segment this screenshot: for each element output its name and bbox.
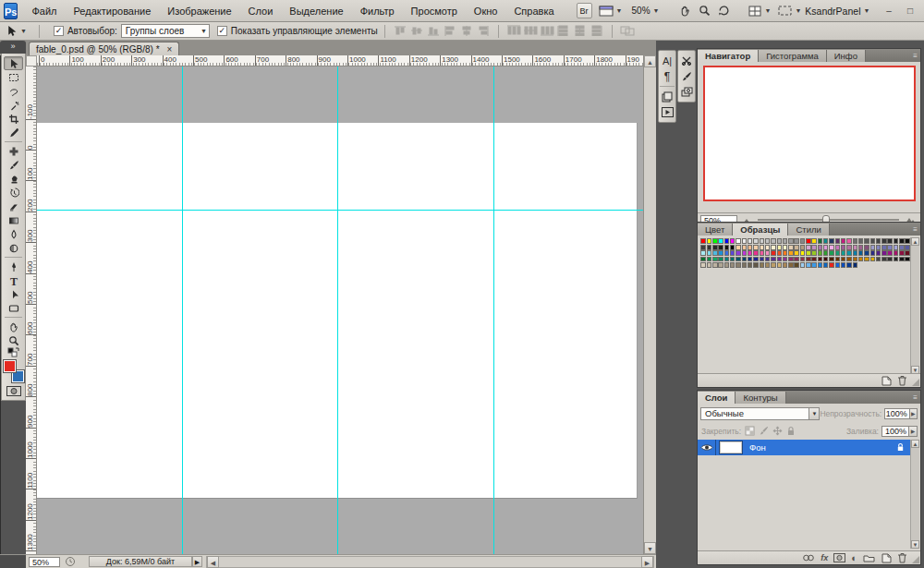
eraser-tool[interactable] <box>4 199 23 213</box>
bridge-button[interactable]: Br <box>577 3 592 18</box>
swatch[interactable] <box>742 257 747 262</box>
swatches-tab-стили[interactable]: Стили <box>788 224 829 236</box>
swatch[interactable] <box>806 250 810 256</box>
swatch[interactable] <box>800 257 805 262</box>
swatch[interactable] <box>730 262 735 268</box>
swatch[interactable] <box>835 250 840 256</box>
scroll-right-icon[interactable]: ▶ <box>641 556 653 568</box>
swatch[interactable] <box>718 262 723 268</box>
swatch[interactable] <box>707 250 711 256</box>
swatch[interactable] <box>829 262 833 268</box>
distribute-left-icon[interactable] <box>556 25 571 37</box>
crop-tool[interactable] <box>4 112 23 126</box>
swatch[interactable] <box>718 250 723 256</box>
swatch[interactable] <box>707 238 711 244</box>
tool-presets-panel-icon[interactable] <box>678 53 695 68</box>
swatch[interactable] <box>765 238 770 244</box>
swatch[interactable] <box>818 257 822 262</box>
swatch[interactable] <box>760 245 764 250</box>
swatch[interactable] <box>730 250 735 256</box>
swatch[interactable] <box>829 238 833 244</box>
swatch[interactable] <box>829 257 833 262</box>
swatch[interactable] <box>806 245 810 250</box>
swatch[interactable] <box>864 257 869 262</box>
scroll-up-icon[interactable]: ▲ <box>911 237 919 246</box>
menu-окно[interactable]: Окно <box>466 0 506 22</box>
swatch[interactable] <box>858 250 863 256</box>
swatch[interactable] <box>730 257 735 262</box>
swatch[interactable] <box>742 238 747 244</box>
swatch[interactable] <box>765 250 770 256</box>
swatch[interactable] <box>811 250 816 256</box>
swatch[interactable] <box>806 257 810 262</box>
swatch[interactable] <box>835 245 840 250</box>
swatch[interactable] <box>841 250 845 256</box>
swatch[interactable] <box>853 257 857 262</box>
swatch[interactable] <box>794 250 798 256</box>
visibility-toggle[interactable] <box>698 440 716 455</box>
swatch[interactable] <box>846 238 851 244</box>
swatch[interactable] <box>700 245 705 250</box>
swatch[interactable] <box>894 250 898 256</box>
swatch[interactable] <box>853 238 857 244</box>
swatch[interactable] <box>905 250 909 256</box>
distribute-vcenter-icon[interactable] <box>523 25 538 37</box>
scroll-up-icon[interactable]: ▲ <box>644 55 656 67</box>
swatch[interactable] <box>887 238 892 244</box>
navigator-zoom-slider[interactable] <box>758 219 899 221</box>
swatch[interactable] <box>712 245 717 250</box>
canvas-area[interactable] <box>37 66 643 554</box>
swatch[interactable] <box>736 262 740 268</box>
swatch[interactable] <box>899 257 904 262</box>
type-tool[interactable]: T <box>4 273 23 287</box>
swatch[interactable] <box>818 245 822 250</box>
status-zoom-field[interactable]: 50% <box>29 557 60 567</box>
guide-vertical[interactable] <box>337 66 338 554</box>
eyedropper-tool[interactable] <box>4 126 23 139</box>
menu-фильтр[interactable]: Фильтр <box>352 0 403 22</box>
brush-tool[interactable] <box>4 158 23 172</box>
swatch[interactable] <box>777 245 782 250</box>
arrange-window-button[interactable]: ▼ <box>599 6 623 17</box>
align-left-icon[interactable] <box>443 25 457 37</box>
distribute-right-icon[interactable] <box>590 25 604 37</box>
layer-thumbnail[interactable] <box>720 441 742 453</box>
swatch[interactable] <box>712 250 717 256</box>
navigator-tab-инфо[interactable]: Инфо <box>827 50 866 62</box>
hand-tool-button[interactable] <box>679 5 691 17</box>
swatch[interactable] <box>753 262 758 268</box>
swatch[interactable] <box>876 257 881 262</box>
rotate-view-button[interactable] <box>718 5 730 17</box>
swatch[interactable] <box>736 245 740 250</box>
swatch[interactable] <box>765 245 770 250</box>
menu-изображение[interactable]: Изображение <box>159 0 239 22</box>
swatch[interactable] <box>712 238 717 244</box>
swatch[interactable] <box>811 257 816 262</box>
menu-выделение[interactable]: Выделение <box>281 0 351 22</box>
align-vcenter-icon[interactable] <box>409 25 424 37</box>
swatch[interactable] <box>777 238 782 244</box>
swatch[interactable] <box>730 238 735 244</box>
swatch[interactable] <box>800 250 805 256</box>
swatch[interactable] <box>881 238 886 244</box>
swatch[interactable] <box>806 238 810 244</box>
history-brush-tool[interactable] <box>4 186 23 199</box>
swatch[interactable] <box>829 245 833 250</box>
rectangular-marquee-tool[interactable] <box>4 70 23 84</box>
swatch[interactable] <box>794 238 798 244</box>
doc-size-info[interactable]: Док: 6,59M/0 байт <box>89 556 192 567</box>
trash-icon[interactable] <box>897 375 907 386</box>
scroll-up-icon[interactable]: ▲ <box>911 440 919 448</box>
swatch[interactable] <box>870 245 875 250</box>
swatch[interactable] <box>881 250 886 256</box>
horizontal-scrollbar[interactable]: ◀ ▶ <box>206 556 654 568</box>
navigator-tab-гистограмма[interactable]: Гистограмма <box>759 50 827 62</box>
layer-style-icon[interactable]: fx <box>821 553 828 562</box>
swatch[interactable] <box>771 238 775 244</box>
swatch[interactable] <box>724 238 729 244</box>
default-colors-icon[interactable] <box>7 347 20 358</box>
panel-menu-icon[interactable]: ≡ <box>913 225 918 234</box>
swatch[interactable] <box>753 250 758 256</box>
spot-healing-brush-tool[interactable] <box>4 144 23 158</box>
gradient-tool[interactable] <box>4 213 23 227</box>
